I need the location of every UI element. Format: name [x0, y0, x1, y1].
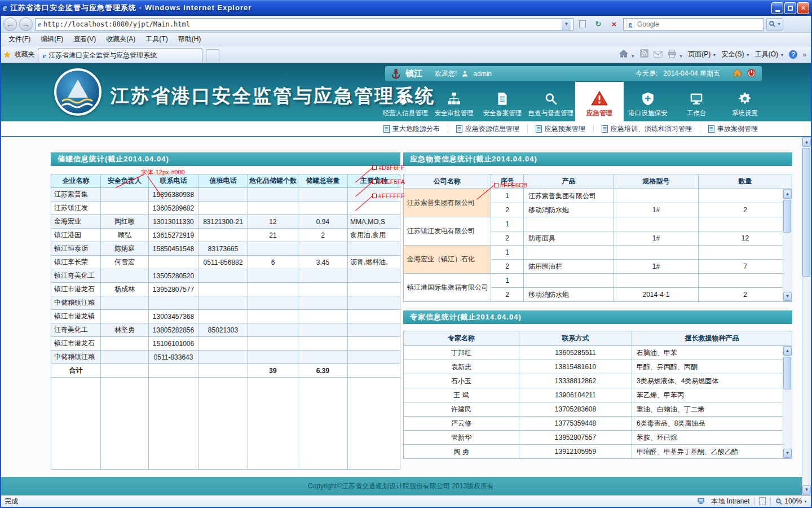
window-title: 江苏省港口安全监管与应急管理系统 - Windows Internet Expl… — [10, 3, 768, 13]
scroll-up-icon[interactable]: ▲ — [783, 347, 792, 356]
overflow-chevron-icon[interactable]: » — [802, 51, 806, 59]
back-button[interactable]: ← — [3, 17, 17, 31]
experts-header-row: 专家名称 联系方式 擅长救援物种产品 — [404, 331, 792, 346]
home-shortcut-button[interactable] — [732, 68, 742, 79]
supplies-scrollbar[interactable]: ▲ ▼ — [783, 189, 792, 301]
nav-safety-approval[interactable]: 安全审批管理 — [430, 82, 478, 121]
forward-button[interactable]: → — [19, 17, 33, 31]
table-cell: 3.45 — [298, 256, 348, 269]
feeds-button[interactable] — [640, 49, 648, 60]
url-dropdown-icon[interactable]: ▼ — [562, 19, 571, 30]
read-mail-button[interactable] — [654, 50, 663, 60]
table-row: 陶 勇13912105959甲缩醛、甲基异丁基酮、乙酸乙酯 — [404, 445, 792, 459]
scroll-up-icon[interactable]: ▲ — [783, 190, 792, 199]
table-row: 镇江李长荣何雪宏0511-85688263.45沥青,燃料油, — [51, 256, 400, 269]
checkbox-icon — [372, 179, 377, 184]
scroll-thumb[interactable] — [802, 148, 810, 277]
anchor-icon — [391, 68, 401, 80]
intranet-icon — [698, 498, 707, 505]
search-dropdown-icon: ▼ — [777, 22, 781, 26]
scroll-down-icon[interactable]: ▼ — [783, 449, 792, 458]
refresh-button[interactable]: ↻ — [592, 18, 605, 30]
table-cell: 甲缩醛、甲基异丁基酮、乙酸乙酯 — [632, 445, 792, 459]
table-row: 丁邦红13605285511石脑油、甲苯 — [404, 346, 792, 360]
menu-favorites[interactable]: 收藏夹(A) — [101, 33, 140, 46]
monitor-icon — [689, 91, 704, 106]
table-cell: 严云修 — [404, 417, 519, 431]
logo-graphic — [56, 71, 99, 113]
divider — [754, 497, 754, 505]
rss-icon — [640, 49, 648, 58]
nav-self-inspection[interactable]: 自查与督查管理 — [527, 82, 575, 121]
scroll-thumb[interactable] — [783, 200, 791, 233]
scroll-up-icon[interactable]: ▲ — [802, 138, 811, 147]
minimize-button[interactable] — [771, 2, 783, 14]
table-cell — [198, 337, 248, 351]
table-cell: 13615272919 — [149, 229, 198, 242]
table-cell — [524, 246, 614, 260]
scroll-down-icon[interactable]: ▼ — [783, 292, 792, 301]
table-row: 镇江港国际集装箱有限公司 1 — [404, 274, 792, 288]
nav-emergency-management[interactable]: 应急管理 — [575, 82, 624, 121]
column-header: 数量 — [699, 174, 792, 189]
table-cell: 江苏索普集团有限公司 — [524, 189, 614, 203]
scroll-down-icon[interactable]: ▼ — [802, 485, 811, 494]
subnav-plan-management[interactable]: 应急预案管理 — [527, 124, 593, 133]
welcome-strip: 镇江 欢迎您! admin 今天是: 2014-04-04 星期五 — [385, 66, 762, 81]
home-button[interactable]: ▼ — [619, 49, 634, 60]
experts-scrollbar[interactable]: ▲ ▼ — [783, 346, 792, 458]
table-cell: 中储粮镇江粮 — [51, 296, 101, 310]
page-scrollbar[interactable]: ▲ ▼ — [802, 137, 811, 495]
compatibility-view-button[interactable] — [576, 18, 589, 30]
new-tab-button[interactable] — [206, 49, 219, 63]
search-input[interactable] — [637, 20, 761, 28]
menu-help[interactable]: 帮助(H) — [173, 33, 206, 46]
menu-edit[interactable]: 编辑(E) — [36, 33, 68, 46]
table-row: 镇江恒泰沥陈炳庭1585045154883173665 — [51, 242, 400, 256]
experts-stats-panel: 专家信息统计(截止2014.04.04) 专家名称 联系方式 擅长救援物种产品 … — [403, 310, 792, 459]
table-row: 王 斌13906104211苯乙烯、甲苯丙 — [404, 388, 792, 402]
nav-workbench[interactable]: 工作台 — [672, 82, 721, 121]
stop-button[interactable]: × — [607, 18, 621, 30]
table-cell: 1# — [614, 203, 699, 217]
table-row: 江苏镇江发13605289682 — [51, 202, 400, 215]
table-cell: 39 — [248, 364, 298, 378]
print-button[interactable]: ▼ — [668, 50, 683, 60]
subnav-hazard-distribution[interactable]: 重大危险源分布 — [376, 124, 448, 133]
window-titlebar: e 江苏省港口安全监管与应急管理系统 - Windows Internet Ex… — [0, 0, 812, 16]
table-cell — [348, 364, 400, 378]
search-button[interactable]: ▼ — [766, 18, 783, 30]
table-cell — [198, 283, 248, 296]
url-input[interactable] — [43, 20, 559, 28]
checkbox-icon — [494, 183, 498, 187]
menu-bar: 文件(F) 编辑(E) 查看(V) 收藏夹(A) 工具(T) 帮助(H) — [0, 33, 812, 46]
menu-view[interactable]: 查看(V) — [68, 33, 101, 46]
nav-safety-record[interactable]: 安全备案管理 — [478, 82, 527, 121]
browser-tab[interactable]: e 江苏省港口安全监管与应急管理系统 — [38, 48, 202, 63]
page-menu-button[interactable]: 页面(P) ▼ — [688, 50, 716, 59]
safety-menu-button[interactable]: 安全(S) ▼ — [721, 50, 749, 59]
subnav-resource-info[interactable]: 应急资源信息管理 — [448, 124, 527, 133]
subnav-accident-cases[interactable]: 事故案例管理 — [700, 124, 766, 133]
subnav-training-drill[interactable]: 应急培训、演练和演习管理 — [593, 124, 700, 133]
logout-button[interactable] — [747, 68, 756, 80]
nav-system-settings[interactable]: 系统设置 — [721, 82, 769, 121]
help-button[interactable]: ? — [789, 50, 797, 59]
menu-tools[interactable]: 工具(T) — [140, 33, 173, 46]
table-cell: 顾弘 — [101, 229, 149, 242]
table-cell — [348, 337, 400, 351]
tools-menu-button[interactable]: 工具(O) ▼ — [755, 50, 784, 59]
tank-stats-panel: 储罐信息统计(截止2014.04.04) 企业名称 安全负责人 联系电话 值班电… — [51, 152, 400, 470]
date-label: 今天是: — [636, 69, 657, 78]
zoom-control[interactable]: 100% ▼ — [775, 497, 807, 505]
maximize-button[interactable] — [784, 2, 796, 14]
close-button[interactable]: × — [797, 2, 809, 14]
favorites-button[interactable]: 收藏夹 — [14, 50, 34, 59]
nav-operator-info[interactable]: 经营人信息管理 — [381, 82, 430, 121]
nav-port-security[interactable]: 港口设施保安 — [624, 82, 672, 121]
scroll-thumb[interactable] — [783, 357, 791, 389]
menu-file[interactable]: 文件(F) — [3, 33, 36, 46]
table-cell: 移动消防水炮 — [524, 288, 614, 302]
table-cell — [298, 242, 348, 256]
checkbox-icon — [372, 194, 377, 198]
